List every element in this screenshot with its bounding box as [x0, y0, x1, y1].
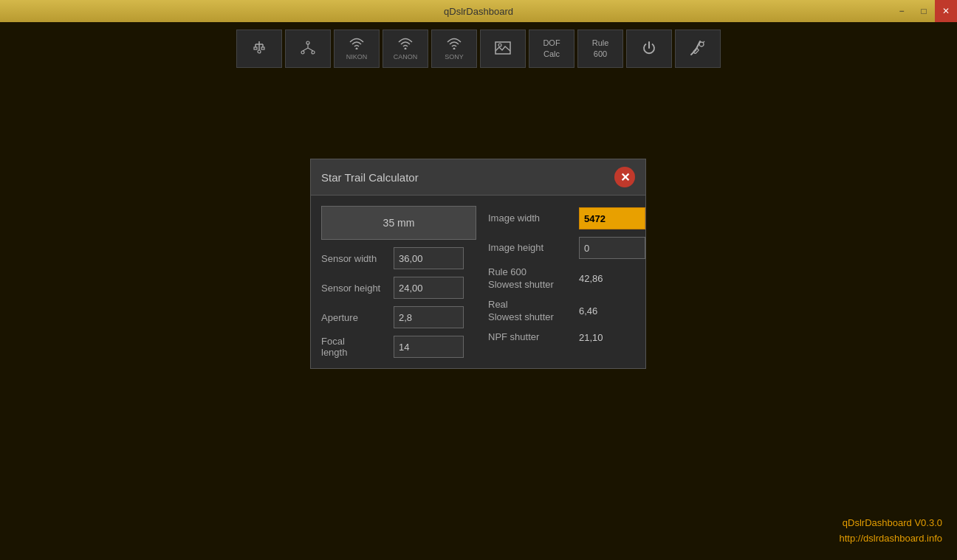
- rule600-slowest-value: 42,86: [579, 273, 603, 284]
- sensor-height-input[interactable]: [394, 277, 464, 299]
- toolbar-image-button[interactable]: [480, 30, 526, 68]
- aperture-input[interactable]: [394, 306, 464, 328]
- real-slowest-label: RealSlowest shutter: [488, 299, 573, 324]
- maximize-button[interactable]: □: [913, 0, 935, 22]
- star-trail-dialog: Star Trail Calculator ✕ 35 mm Sensor wid…: [310, 159, 646, 369]
- real-slowest-row: RealSlowest shutter 6,46: [488, 299, 645, 324]
- dof-label: DOFCalc: [543, 38, 560, 61]
- sensor-width-row: Sensor width: [321, 247, 476, 269]
- image-icon: [495, 41, 511, 57]
- window-title: qDslrDashboard: [444, 6, 513, 17]
- svg-point-6: [258, 50, 261, 53]
- footer-url: http://dslrdashboard.info: [840, 531, 942, 547]
- image-height-input[interactable]: [579, 237, 645, 259]
- svg-rect-16: [495, 42, 510, 54]
- image-width-label: Image width: [488, 212, 573, 225]
- aperture-row: Aperture: [321, 306, 476, 328]
- right-panel: Image width Image height Rule 600Slowest…: [488, 206, 645, 358]
- svg-line-12: [308, 48, 313, 51]
- image-width-row: Image width: [488, 207, 645, 229]
- svg-rect-5: [261, 47, 264, 49]
- focal-length-label: Focal length: [321, 336, 388, 358]
- sony-label: SONY: [445, 54, 464, 61]
- sensor-width-label: Sensor width: [321, 253, 388, 264]
- sensor-size-button[interactable]: 35 mm: [321, 206, 476, 240]
- usb-icon: [251, 40, 267, 58]
- toolbar-power-button[interactable]: [626, 30, 672, 68]
- toolbar-rule600-button[interactable]: Rule600: [577, 30, 623, 68]
- toolbar-sony-button[interactable]: SONY: [431, 30, 477, 68]
- window-controls: − □ ✕: [891, 0, 957, 22]
- image-width-input[interactable]: [579, 207, 645, 229]
- main-area: NIKON CANON: [0, 22, 957, 560]
- real-slowest-value: 6,46: [579, 305, 597, 317]
- canon-wifi-icon: [397, 36, 414, 52]
- image-height-row: Image height: [488, 237, 645, 259]
- toolbar-network-button[interactable]: [285, 30, 331, 68]
- dialog-header: Star Trail Calculator ✕: [311, 159, 645, 196]
- image-height-label: Image height: [488, 242, 573, 255]
- footer-link: qDslrDashboard V0.3.0 http://dslrdashboa…: [840, 516, 942, 547]
- rule600-slowest-row: Rule 600Slowest shutter 42,86: [488, 266, 645, 291]
- svg-point-8: [301, 51, 304, 54]
- svg-line-22: [703, 41, 704, 43]
- focal-length-row: Focal length: [321, 336, 476, 358]
- svg-line-11: [303, 48, 308, 51]
- nikon-wifi-icon: [349, 36, 365, 52]
- dialog-close-button[interactable]: ✕: [614, 167, 635, 187]
- rule600-slowest-label: Rule 600Slowest shutter: [488, 266, 573, 291]
- npf-shutter-value: 21,10: [579, 332, 603, 343]
- toolbar-dof-button[interactable]: DOFCalc: [529, 30, 574, 68]
- toolbar-usb-button[interactable]: [236, 30, 282, 68]
- npf-shutter-label: NPF shutter: [488, 331, 573, 344]
- rule600-label: Rule600: [592, 38, 609, 61]
- sony-wifi-icon: [446, 36, 462, 52]
- toolbar-nikon-button[interactable]: NIKON: [334, 30, 380, 68]
- svg-point-9: [312, 51, 315, 54]
- svg-point-17: [498, 44, 501, 46]
- focal-length-input[interactable]: [394, 336, 464, 358]
- toolbar-tools-button[interactable]: [675, 30, 721, 68]
- dialog-title: Star Trail Calculator: [321, 171, 419, 184]
- aperture-label: Aperture: [321, 312, 388, 323]
- svg-rect-4: [254, 47, 257, 49]
- nikon-label: NIKON: [346, 54, 368, 61]
- dialog-body: 35 mm Sensor width Sensor height Apertur…: [311, 196, 645, 368]
- left-panel: 35 mm Sensor width Sensor height Apertur…: [321, 206, 476, 358]
- toolbar: NIKON CANON: [0, 22, 957, 75]
- toolbar-canon-button[interactable]: CANON: [383, 30, 428, 68]
- svg-point-14: [405, 48, 407, 50]
- power-icon: [641, 40, 657, 58]
- svg-point-15: [453, 48, 456, 50]
- npf-shutter-row: NPF shutter 21,10: [488, 331, 645, 344]
- sensor-width-input[interactable]: [394, 247, 464, 269]
- window-close-button[interactable]: ✕: [935, 0, 957, 22]
- network-icon: [300, 40, 316, 58]
- sensor-height-label: Sensor height: [321, 283, 388, 294]
- sensor-height-row: Sensor height: [321, 277, 476, 299]
- canon-label: CANON: [394, 54, 418, 61]
- minimize-button[interactable]: −: [891, 0, 913, 22]
- title-bar: qDslrDashboard − □ ✕: [0, 0, 957, 22]
- tools-icon: [690, 40, 706, 58]
- footer-version: qDslrDashboard V0.3.0: [840, 516, 942, 531]
- svg-point-13: [356, 48, 358, 50]
- svg-point-7: [306, 41, 309, 44]
